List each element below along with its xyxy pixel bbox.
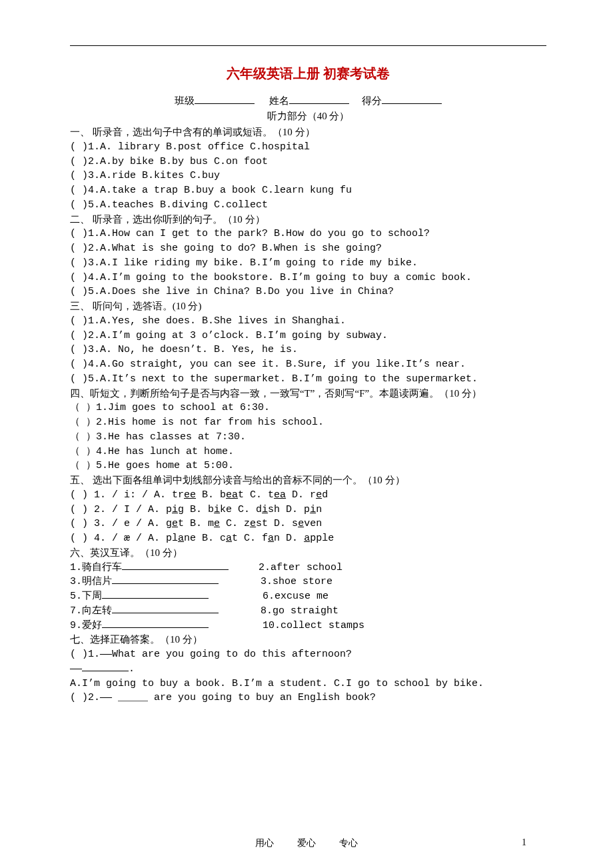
fill-blank[interactable] <box>112 613 219 613</box>
sec1-heading: 一、 听录音，选出句子中含有的单词或短语。（10 分） <box>70 125 546 140</box>
sec1-item: ( )4.A.take a trap B.buy a book C.learn … <box>70 183 546 198</box>
sec2-heading: 二、 听录音，选出你听到的句子。（10 分） <box>70 213 546 227</box>
sec7-heading: 七、选择正确答案。（10 分） <box>70 633 546 647</box>
sec2-item: ( )1.A.How can I get to the park? B.How … <box>70 227 546 241</box>
sec3-heading: 三、 听问句，选答语。(10 分) <box>70 299 546 314</box>
sec2-item: ( )4.A.I’m going to the bookstore. B.I’m… <box>70 271 546 285</box>
page-footer: 用心 爱心 专心 1 <box>0 837 613 849</box>
sec7-q2-line: ( )2.—— _____ are you going to buy an En… <box>70 691 546 705</box>
fill-blank[interactable] <box>122 569 229 570</box>
sec6-row: 1.骑自行车 2.after school <box>70 561 546 575</box>
sec4-item: （ ）3.He has classes at 7:30. <box>70 430 546 445</box>
sec6-heading: 六、英汉互译。（10 分） <box>70 546 546 561</box>
student-info-row: 班级 姓名 得分 <box>70 95 546 107</box>
top-rule <box>70 45 546 46</box>
sec7-q1-line2: ——. <box>70 662 546 677</box>
sec1-item: ( )5.A.teaches B.diving C.collect <box>70 198 546 213</box>
sec5-item: ( ) 2. / I / A. pig B. bike C. dish D. p… <box>70 503 546 517</box>
sec4-item: （ ）5.He goes home at 5:00. <box>70 459 546 473</box>
sec5-item: ( ) 3. / e / A. get B. me C. zest D. sev… <box>70 517 546 531</box>
sec4-item: （ ）1.Jim goes to school at 6:30. <box>70 401 546 415</box>
class-blank[interactable] <box>195 103 255 104</box>
sec1-item: ( )1.A. library B.post office C.hospital <box>70 140 546 155</box>
page-title: 六年级英语上册 初赛考试卷 <box>70 65 546 83</box>
fill-blank[interactable] <box>112 583 219 584</box>
sec4-item: （ ）4.He has lunch at home. <box>70 445 546 459</box>
sec3-item: ( )2.A.I’m going at 3 o’clock. B.I’m goi… <box>70 329 546 343</box>
sec2-item: ( )3.A.I like riding my bike. B.I’m goin… <box>70 256 546 271</box>
footer-word: 爱心 <box>297 838 316 848</box>
sec6-row: 9.爱好 10.collect stamps <box>70 619 546 633</box>
sec6-row: 7.向左转 8.go straight <box>70 604 546 619</box>
sec6-row: 3.明信片 3.shoe store <box>70 575 546 589</box>
listening-header: 听力部分（40 分） <box>70 110 546 123</box>
fill-blank[interactable] <box>102 627 209 628</box>
sec1-item: ( )3.A.ride B.kites C.buy <box>70 169 546 183</box>
name-blank[interactable] <box>289 103 349 104</box>
sec3-item: ( )1.A.Yes, she does. B.She lives in Sha… <box>70 314 546 329</box>
score-label: 得分 <box>362 95 382 106</box>
exam-page: 六年级英语上册 初赛考试卷 班级 姓名 得分 听力部分（40 分） 一、 听录音… <box>0 0 613 868</box>
class-label: 班级 <box>175 95 195 106</box>
sec3-item: ( )4.A.Go straight, you can see it. B.Su… <box>70 357 546 372</box>
fill-blank[interactable] <box>82 671 129 671</box>
sec3-item: ( )5.A.It’s next to the supermarket. B.I… <box>70 372 546 387</box>
footer-word: 用心 <box>255 838 274 848</box>
sec5-item: ( ) 4. / æ / A. plane B. cat C. fan D. a… <box>70 531 546 546</box>
sec7-q1-answers: A.I’m going to buy a book. B.I’m a stude… <box>70 677 546 691</box>
sec6-row: 5.下周 6.excuse me <box>70 589 546 604</box>
sec7-q1-line1: ( )1.——What are you going to do this aft… <box>70 647 546 662</box>
name-label: 姓名 <box>269 95 289 106</box>
page-number: 1 <box>522 837 526 848</box>
footer-word: 专心 <box>339 838 358 848</box>
sec5-heading: 五、 选出下面各组单词中划线部分读音与给出的音标不同的一个。（10 分） <box>70 473 546 488</box>
sec5-item: ( ) 1. / i: / A. tree B. beat C. tea D. … <box>70 488 546 503</box>
sec4-item: （ ）2.His home is not far from his school… <box>70 415 546 430</box>
sec4-heading: 四、听短文，判断所给句子是否与内容一致，一致写“T”，否则写“F”。本题读两遍。… <box>70 387 546 401</box>
sec2-item: ( )5.A.Does she live in China? B.Do you … <box>70 285 546 299</box>
score-blank[interactable] <box>382 103 442 104</box>
body-text: 一、 听录音，选出句子中含有的单词或短语。（10 分） ( )1.A. libr… <box>70 125 546 705</box>
sec3-item: ( )3.A. No, he doesn’t. B. Yes, he is. <box>70 343 546 357</box>
sec1-item: ( )2.A.by bike B.by bus C.on foot <box>70 155 546 169</box>
fill-blank[interactable] <box>102 598 209 599</box>
sec2-item: ( )2.A.What is she going to do? B.When i… <box>70 241 546 256</box>
